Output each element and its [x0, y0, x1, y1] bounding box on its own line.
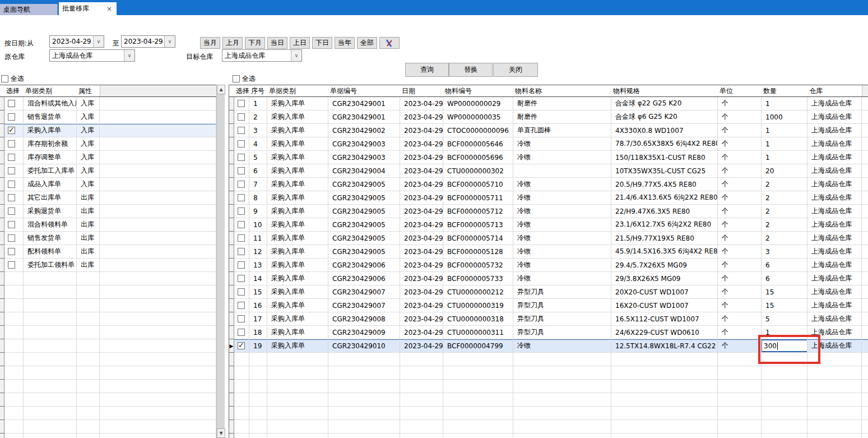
doc-type-row[interactable]: 库存调整单入库 — [0, 151, 216, 164]
transfer-detail-row[interactable]: 5采购入库单CGR2304290032023-04-29BCF000000569… — [229, 151, 868, 164]
doc-type-row-checkbox[interactable] — [8, 154, 15, 161]
doc-type-row[interactable]: 销售退货单入库 — [0, 110, 216, 124]
detail-row-checkbox[interactable] — [238, 127, 245, 134]
doc-type-row[interactable]: 混合料或其他入库单入库 — [0, 97, 216, 110]
doc-type-row-checkbox[interactable] — [8, 248, 15, 255]
doc-type-row[interactable]: 委托加工领料单出库 — [0, 259, 216, 272]
transfer-detail-row[interactable]: 14采购入库单CGR2304290062023-04-29BCF00000057… — [229, 272, 868, 285]
doc-type-row-checkbox[interactable] — [8, 261, 15, 269]
transfer-detail-row[interactable]: 10采购入库单CGR2304290052023-04-29BCF00000057… — [229, 218, 868, 232]
date-shortcut-button-2[interactable]: 上月 — [222, 37, 243, 49]
doc-type-row-checkbox[interactable] — [8, 140, 15, 147]
doc-type-row[interactable]: 库存期初余额入库 — [0, 137, 216, 151]
transfer-detail-row[interactable]: 15采购入库单CGR2304290072023-04-29CTU00000002… — [229, 285, 868, 299]
doc-type-row-checkbox[interactable] — [8, 113, 15, 121]
date-shortcut-button-1[interactable]: 当月 — [200, 37, 220, 49]
source-warehouse-select[interactable]: 上海成品仓库 ∨ — [49, 49, 135, 62]
transfer-detail-row[interactable]: 17采购入库单CGR2304290082023-04-29CTU00000003… — [229, 312, 868, 326]
date-to-value: 2023-04-29 — [122, 38, 164, 45]
doc-type-row-checkbox[interactable] — [8, 100, 15, 107]
chevron-down-icon[interactable]: ∨ — [124, 50, 134, 61]
date-shortcut-label: 当日 — [271, 38, 284, 48]
detail-row-checkbox[interactable] — [238, 234, 245, 242]
detail-row-checkbox[interactable] — [238, 221, 245, 228]
transfer-detail-row[interactable]: 7采购入库单CGR2304290052023-04-29BCF000000571… — [229, 178, 868, 191]
date-shortcut-button-3[interactable]: 下月 — [245, 37, 265, 49]
left-select-all-checkbox[interactable] — [1, 75, 8, 82]
doc-type-row[interactable]: 采购入库单入库 — [0, 124, 216, 137]
transfer-detail-row[interactable]: 2采购入库单CGR2304290012023-04-29WP0000000035… — [229, 110, 868, 124]
date-shortcut-button-5[interactable]: 上日 — [290, 37, 310, 49]
detail-row-checkbox[interactable] — [238, 100, 245, 107]
transfer-detail-row[interactable]: 12采购入库单CGR2304290052023-04-29BCF00000051… — [229, 245, 868, 259]
transfer-detail-row[interactable]: 16采购入库单CGR2304290072023-04-29CTU00000003… — [229, 299, 868, 312]
date-from-picker[interactable]: 2023-04-29 ∨ — [49, 35, 104, 48]
doc-type-row[interactable]: 销售发货单出库 — [0, 232, 216, 245]
chevron-down-icon[interactable]: ∨ — [164, 36, 175, 47]
chevron-down-icon[interactable]: ∨ — [291, 50, 301, 61]
detail-row-checkbox[interactable] — [238, 315, 245, 322]
cancel-date-filter-button[interactable] — [379, 37, 400, 49]
tab-close-icon[interactable]: × — [105, 6, 113, 12]
doc-type-row-checkbox[interactable] — [8, 194, 15, 201]
doc-type-attr: 入库 — [77, 124, 100, 137]
detail-row-checkbox[interactable] — [238, 302, 245, 309]
doc-type-row-checkbox[interactable] — [8, 221, 15, 228]
detail-row-checkbox[interactable] — [238, 288, 245, 296]
detail-row-checkbox[interactable] — [238, 248, 245, 255]
scroll-up-arrow-icon[interactable]: ▲ — [217, 85, 225, 94]
date-shortcut-button-6[interactable]: 下日 — [312, 37, 332, 49]
tab-desktop-nav[interactable]: 桌面导航 — [0, 4, 58, 15]
left-select-all[interactable]: 全选 — [1, 74, 24, 84]
detail-row-checkbox[interactable] — [238, 154, 245, 161]
right-select-all[interactable]: 全选 — [233, 74, 256, 84]
detail-row-checkbox[interactable] — [238, 342, 245, 349]
date-to-picker[interactable]: 2023-04-29 ∨ — [121, 35, 175, 48]
detail-cell-unit: 个 — [718, 245, 762, 259]
target-warehouse-select[interactable]: 上海成品仓库 ∨ — [222, 49, 302, 62]
transfer-detail-row[interactable]: 9采购入库单CGR2304290052023-04-29BCF000000571… — [229, 205, 868, 218]
replace-button[interactable]: 替换 — [449, 63, 493, 77]
detail-row-checkbox[interactable] — [238, 113, 245, 121]
detail-cell-unit: 个 — [718, 259, 762, 272]
doc-type-row[interactable]: 混合料领料单出库 — [0, 218, 216, 232]
doc-type-row[interactable]: 委托加工入库单入库 — [0, 164, 216, 178]
chevron-down-icon[interactable]: ∨ — [93, 36, 104, 47]
detail-cell-item_code: BCF0000005128 — [443, 245, 513, 259]
detail-row-checkbox[interactable] — [238, 208, 245, 215]
transfer-detail-row[interactable]: 6采购入库单CGR2304290042023-04-29CTU000000030… — [229, 164, 868, 178]
transfer-detail-row[interactable]: 4采购入库单CGR2304290032023-04-29BCF000000564… — [229, 137, 868, 151]
transfer-detail-row[interactable]: 1采购入库单CGR2304290012023-04-29WP0000000029… — [229, 97, 868, 110]
date-shortcut-button-4[interactable]: 当日 — [267, 37, 287, 49]
query-button[interactable]: 查询 — [405, 63, 449, 77]
transfer-detail-row[interactable]: 3采购入库单CGR2304290022023-04-29CTOC00000000… — [229, 124, 868, 137]
detail-row-checkbox[interactable] — [238, 329, 245, 336]
doc-type-row-checkbox[interactable] — [8, 208, 15, 215]
detail-row-checkbox[interactable] — [238, 194, 245, 201]
right-select-all-checkbox[interactable] — [233, 75, 240, 82]
detail-row-checkbox[interactable] — [238, 275, 245, 282]
date-shortcut-button-7[interactable]: 当年 — [335, 37, 355, 49]
detail-row-checkbox[interactable] — [238, 140, 245, 147]
doc-type-row[interactable]: 成品入库单入库 — [0, 178, 216, 191]
detail-cell-date: 2023-04-29 — [400, 137, 443, 151]
close-button[interactable]: 关闭 — [493, 63, 538, 77]
detail-cell-item_code: BCF0000005711 — [443, 191, 513, 205]
doc-type-row-checkbox[interactable] — [8, 167, 15, 174]
doc-type-row-checkbox[interactable] — [8, 127, 15, 134]
date-shortcut-button-8[interactable]: 全部 — [357, 37, 377, 49]
detail-row-checkbox[interactable] — [238, 167, 245, 174]
detail-row-checkbox[interactable] — [238, 181, 245, 188]
doc-type-row[interactable]: 配料领料单出库 — [0, 245, 216, 259]
left-table-scrollbar[interactable]: ▲ ▼ — [216, 85, 225, 438]
transfer-detail-row[interactable]: 11采购入库单CGR2304290052023-04-29BCF00000057… — [229, 232, 868, 245]
doc-type-row[interactable]: 采购退货单出库 — [0, 205, 216, 218]
doc-type-row-checkbox[interactable] — [8, 234, 15, 242]
transfer-detail-row[interactable]: 8采购入库单CGR2304290052023-04-29BCF000000571… — [229, 191, 868, 205]
doc-type-row[interactable]: 其它出库单出库 — [0, 191, 216, 205]
scroll-down-arrow-icon[interactable]: ▼ — [217, 428, 225, 438]
doc-type-row-checkbox[interactable] — [8, 181, 15, 188]
detail-row-checkbox[interactable] — [238, 261, 245, 269]
tab-batch-transfer[interactable]: 批量移库 × — [59, 2, 117, 15]
transfer-detail-row[interactable]: 13采购入库单CGR2304290062023-04-29BCF00000057… — [229, 259, 868, 272]
